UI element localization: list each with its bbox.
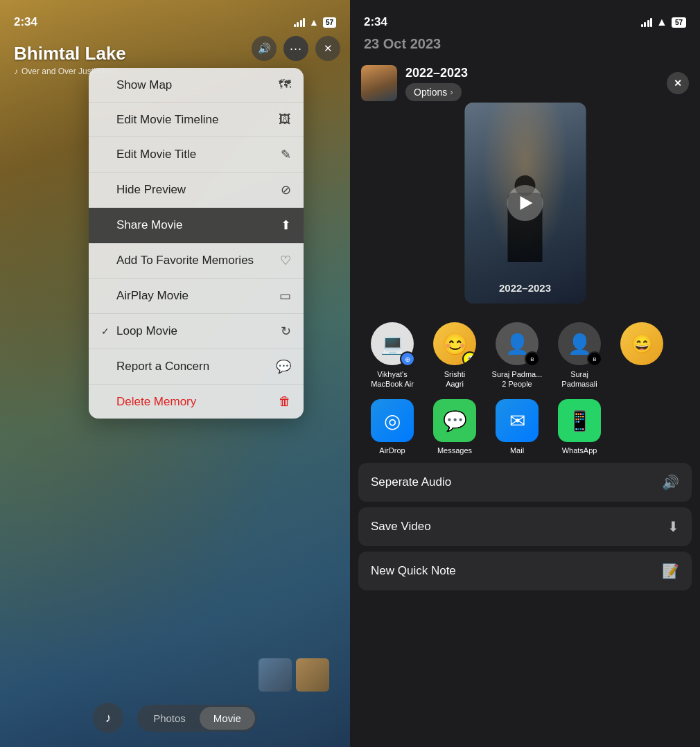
battery-left: 57 <box>323 17 336 28</box>
wifi-icon: ▲ <box>309 17 319 28</box>
close-left-icon: ✕ <box>324 42 333 55</box>
options-button[interactable]: Options › <box>405 83 462 101</box>
avatar-suraj2: 👤 B <box>558 322 601 365</box>
menu-item-add-favorite[interactable]: Add To Favorite Memories ♡ <box>89 243 304 279</box>
mail-symbol: ✉ <box>509 410 525 432</box>
more-button[interactable]: ··· <box>283 36 308 61</box>
movie-tab[interactable]: Movie <box>200 707 255 730</box>
menu-item-report[interactable]: Report a Concern 💬 <box>89 349 304 385</box>
heart-icon: ♡ <box>280 253 291 268</box>
app-messages[interactable]: 💬 Messages <box>423 399 486 455</box>
contact-suraj1[interactable]: 👤 B Suraj Padma... 2 People <box>486 322 548 389</box>
play-icon <box>520 196 532 210</box>
loop-icon: ↻ <box>281 324 291 339</box>
new-quick-note-label: New Quick Note <box>371 564 456 578</box>
action-new-quick-note[interactable]: New Quick Note 📝 <box>358 552 692 590</box>
menu-label-hide-preview: Hide Preview <box>116 183 186 197</box>
music-tab-button[interactable]: ♪ <box>93 703 123 733</box>
contact-srishti[interactable]: 😊 👻 Srishti Aagri <box>423 322 486 389</box>
action-rows: Seperate Audio 🔊 Save Video ⬇ New Quick … <box>350 463 700 596</box>
suraj1-avatar-img: 👤 <box>505 333 530 355</box>
contact-vikhyat[interactable]: 💻 ⊕ Vikhyat's MacBook Air <box>361 322 423 389</box>
hide-icon: ⊘ <box>281 182 291 197</box>
menu-label-share-movie: Share Movie <box>116 218 182 232</box>
new-quick-note-icon: 📝 <box>662 563 679 579</box>
avatar-suraj1: 👤 B <box>496 322 539 365</box>
snapchat-badge-icon: 👻 <box>462 351 476 365</box>
menu-icon-edit-timeline: 🖼 <box>279 112 291 127</box>
action-separate-audio[interactable]: Seperate Audio 🔊 <box>358 463 692 502</box>
app-label-messages: Messages <box>437 446 472 455</box>
menu-label-edit-timeline: Edit Movie Timeline <box>116 113 218 127</box>
save-video-icon: ⬇ <box>667 518 679 535</box>
menu-icon-show-map: 🗺 <box>279 78 291 92</box>
menu-label-delete: Delete Memory <box>116 395 196 409</box>
menu-label-airplay: AirPlay Movie <box>116 289 189 303</box>
menu-item-delete[interactable]: Delete Memory 🗑 <box>89 385 304 419</box>
contact-suraj2[interactable]: 👤 B Suraj Padmasali <box>548 322 611 389</box>
photos-tab[interactable]: Photos <box>139 707 200 730</box>
bereal2-badge-icon: B <box>587 351 602 367</box>
status-bar-left: 2:34 ▲ 57 <box>0 0 350 36</box>
close-left-button[interactable]: ✕ <box>315 36 340 61</box>
menu-item-share-movie[interactable]: Share Movie ⬆ <box>89 208 304 243</box>
thumbnail-2 <box>296 658 329 692</box>
menu-item-edit-title[interactable]: Edit Movie Title ✎ <box>89 137 304 173</box>
airdrop-symbol: ◎ <box>384 410 401 432</box>
action-save-video[interactable]: Save Video ⬇ <box>358 507 692 546</box>
menu-item-edit-timeline[interactable]: Edit Movie Timeline 🖼 <box>89 103 304 137</box>
menu-label-add-favorite: Add To Favorite Memories <box>116 254 254 267</box>
volume-button[interactable]: 🔊 <box>252 36 277 61</box>
messages-app-icon: 💬 <box>433 399 476 442</box>
status-icons-right: ▲ 57 <box>641 16 686 28</box>
date-label: 23 Oct 2023 <box>364 36 441 52</box>
menu-label-loop: Loop Movie <box>116 324 177 338</box>
whatsapp-symbol: 📱 <box>568 410 592 432</box>
contact-name-srishti: Srishti Aagri <box>444 369 466 389</box>
right-panel: 2:34 ▲ 57 23 Oct 2023 2022–2023 Options … <box>350 0 700 747</box>
movie-year-label: 2022–2023 <box>464 282 586 294</box>
bereal-badge-icon: B <box>525 351 540 367</box>
status-bar-right: 2:34 ▲ 57 <box>350 0 700 36</box>
delete-icon: 🗑 <box>279 394 291 409</box>
menu-item-show-map[interactable]: Show Map 🗺 <box>89 68 304 103</box>
whatsapp-app-icon: 📱 <box>558 399 601 442</box>
messages-symbol: 💬 <box>443 410 467 432</box>
app-whatsapp[interactable]: 📱 WhatsApp <box>548 399 611 455</box>
separate-audio-icon: 🔊 <box>662 474 679 491</box>
menu-label-show-map: Show Map <box>116 78 172 92</box>
top-controls: 🔊 ··· ✕ <box>252 36 340 61</box>
pencil-icon: ✎ <box>281 147 291 162</box>
contact-partial[interactable]: 😄 <box>611 322 673 369</box>
movie-preview: 2022–2023 <box>464 103 586 304</box>
tab-group: Photos Movie <box>137 705 257 732</box>
menu-item-hide-preview[interactable]: Hide Preview ⊘ <box>89 173 304 208</box>
app-label-airdrop: AirDrop <box>379 446 405 455</box>
options-label: Options <box>414 87 447 98</box>
share-thumbnail-image <box>361 65 397 101</box>
contact-name-vikhyat: Vikhyat's MacBook Air <box>371 369 414 389</box>
bottom-tabs: ♪ Photos Movie <box>0 703 350 733</box>
avatar-partial: 😄 <box>620 322 663 365</box>
music-note-icon: ♪ <box>14 67 18 76</box>
movie-play-button[interactable] <box>507 185 543 221</box>
app-mail[interactable]: ✉ Mail <box>486 399 548 455</box>
app-airdrop[interactable]: ◎ AirDrop <box>361 399 423 455</box>
share-title: 2022–2023 <box>405 66 667 80</box>
contacts-row: 💻 ⊕ Vikhyat's MacBook Air 😊 👻 Srishti Aa… <box>350 315 700 396</box>
signal-icon <box>294 17 306 27</box>
contact-name-suraj1: Suraj Padma... 2 People <box>492 369 543 389</box>
menu-item-loop[interactable]: ✓ Loop Movie ↻ <box>89 314 304 349</box>
thumbnail-1 <box>259 658 292 692</box>
airplay-icon: ▭ <box>279 288 291 304</box>
close-share-icon: ✕ <box>674 78 682 89</box>
separate-audio-label: Seperate Audio <box>371 475 451 489</box>
menu-item-airplay[interactable]: AirPlay Movie ▭ <box>89 279 304 314</box>
app-label-whatsapp: WhatsApp <box>562 446 597 455</box>
avatar-vikhyat: 💻 ⊕ <box>371 322 414 365</box>
options-chevron-icon: › <box>450 87 453 97</box>
menu-label-report: Report a Concern <box>116 360 209 374</box>
srishti-avatar-img: 😊 <box>442 332 468 356</box>
close-share-button[interactable]: ✕ <box>667 72 689 94</box>
music-tab-icon: ♪ <box>105 711 112 726</box>
